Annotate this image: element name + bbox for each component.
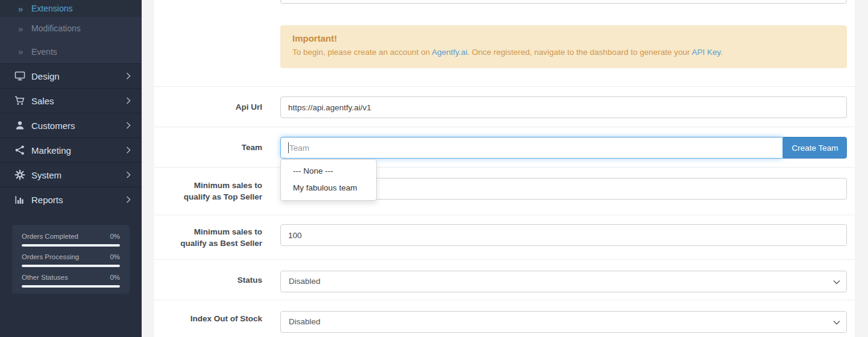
chevron-down-icon — [833, 320, 840, 325]
status-select[interactable]: Disabled — [280, 271, 847, 292]
sidebar-item-label: Extensions — [31, 4, 72, 13]
double-chevron-icon: » — [18, 24, 25, 34]
field-label: Api Url — [172, 87, 262, 127]
stat-label: Orders Processing — [22, 253, 79, 260]
select-value: Disabled — [289, 317, 321, 326]
select-value: Disabled — [289, 277, 321, 286]
sidebar-item-label: Sales — [31, 96, 126, 106]
stat-value: 0% — [110, 274, 120, 281]
stat-progress-bar — [22, 244, 120, 247]
stat-progress-bar — [22, 265, 120, 267]
sidebar-item-label: Reports — [31, 195, 126, 205]
sidebar-item-reports[interactable]: Reports — [0, 187, 142, 212]
sidebar-item-customers[interactable]: Customers — [0, 113, 142, 137]
stat-other-statuses: Other Statuses 0% — [22, 274, 120, 288]
form-row-team: Team Create Team — [154, 127, 855, 167]
chevron-right-icon — [126, 171, 131, 178]
sidebar-item-label: Customers — [31, 121, 126, 131]
alert-text: To begin, please create an account on Ag… — [292, 48, 835, 57]
field-label: Minimum sales to qualify as Top Seller — [172, 168, 262, 215]
index-out-of-stock-select[interactable]: Disabled — [280, 311, 847, 333]
text-caret — [288, 142, 289, 153]
sidebar-item-sales[interactable]: Sales — [0, 88, 142, 113]
alert-text-segment: . Once registered, navigate to the dashb… — [467, 48, 691, 57]
field-label: Team — [172, 127, 262, 167]
field-label: Status — [172, 260, 262, 300]
stat-label: Orders Completed — [22, 233, 78, 240]
sidebar-item-label: Modifications — [31, 24, 81, 33]
field-label: Minimum sales to qualify as Best Seller — [172, 215, 262, 259]
team-input[interactable] — [280, 137, 783, 159]
user-icon — [14, 120, 25, 131]
dropdown-option-my-fabulous-team[interactable]: My fabulous team — [281, 180, 376, 197]
sidebar-item-label: Design — [31, 71, 126, 81]
important-alert: Important! To begin, please create an ac… — [280, 25, 847, 68]
chevron-down-icon — [833, 280, 840, 285]
sidebar-item-events[interactable]: » Events — [0, 40, 142, 63]
agentfy-link[interactable]: Agentfy.ai — [432, 48, 467, 57]
sidebar-item-system[interactable]: System — [0, 162, 142, 187]
chevron-right-icon — [126, 196, 131, 203]
stat-value: 0% — [110, 233, 120, 240]
stat-orders-processing: Orders Processing 0% — [22, 253, 120, 267]
api-key-link[interactable]: API Key — [691, 48, 720, 57]
sidebar-item-design[interactable]: Design — [0, 63, 142, 88]
stat-value: 0% — [110, 253, 120, 260]
form-row-status: Status Disabled — [154, 259, 855, 300]
team-input-group: Create Team — [280, 137, 847, 159]
monitor-icon — [14, 71, 25, 81]
stat-progress-bar — [22, 285, 120, 288]
sidebar-item-marketing[interactable]: Marketing — [0, 137, 142, 162]
form-row-index-out-of-stock: Index Out of Stock Disabled — [154, 300, 855, 337]
best-seller-input[interactable] — [280, 224, 847, 246]
alert-title: Important! — [292, 33, 835, 43]
double-chevron-icon: » — [18, 46, 25, 57]
sidebar-item-modifications[interactable]: » Modifications — [0, 17, 142, 40]
form-row-best-seller: Minimum sales to qualify as Best Seller — [154, 215, 855, 259]
form-row-top-seller: Minimum sales to qualify as Top Seller — [154, 167, 855, 215]
sidebar-item-label: System — [31, 170, 126, 180]
alert-text-segment: To begin, please create an account on — [292, 48, 432, 57]
double-chevron-icon: » — [18, 4, 25, 14]
sidebar: » Extensions » Modifications » Events De… — [0, 0, 142, 337]
api-url-input[interactable] — [280, 96, 847, 118]
share-icon — [14, 145, 25, 156]
chevron-right-icon — [126, 146, 131, 154]
top-input-partial[interactable] — [280, 0, 847, 4]
sidebar-item-label: Marketing — [31, 145, 126, 156]
create-team-button[interactable]: Create Team — [783, 137, 847, 159]
alert-text-segment: . — [720, 48, 723, 57]
stat-label: Other Statuses — [22, 274, 68, 281]
field-label: Index Out of Stock — [172, 300, 262, 337]
chevron-right-icon — [126, 97, 131, 104]
form-row-api-url: Api Url — [154, 86, 855, 127]
gear-icon — [14, 169, 25, 180]
bar-chart-icon — [14, 194, 25, 205]
sidebar-submenu: » Modifications » Events — [0, 17, 142, 63]
sidebar-item-extensions[interactable]: » Extensions — [0, 0, 142, 17]
sidebar-item-label: Events — [31, 47, 57, 57]
sidebar-stats-panel: Orders Completed 0% Orders Processing 0%… — [12, 225, 130, 294]
chevron-right-icon — [126, 122, 131, 129]
stat-orders-completed: Orders Completed 0% — [22, 233, 120, 247]
chevron-right-icon — [126, 72, 131, 80]
main-content: Important! To begin, please create an ac… — [154, 0, 855, 337]
cart-icon — [14, 95, 25, 106]
team-dropdown: --- None --- My fabulous team — [280, 159, 377, 201]
dropdown-option-none[interactable]: --- None --- — [281, 163, 376, 180]
